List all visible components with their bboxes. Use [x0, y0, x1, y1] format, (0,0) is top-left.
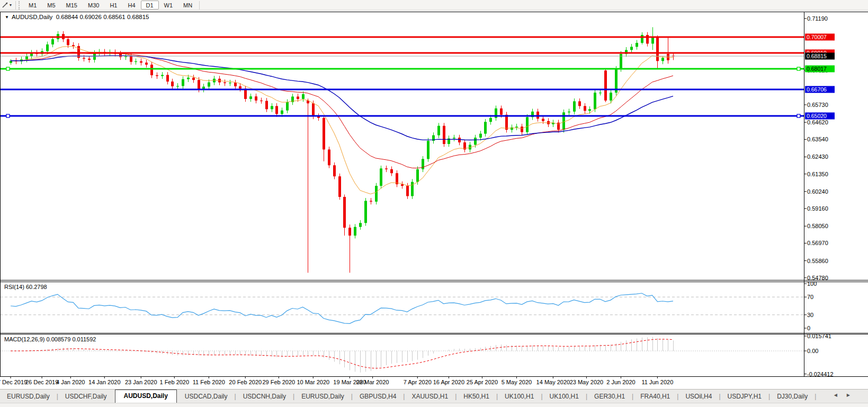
tab-eurusd-daily[interactable]: EURUSD,Daily	[294, 391, 351, 403]
candle-body	[599, 93, 602, 93]
panel-borders	[0, 12, 868, 378]
candle-body	[380, 168, 382, 186]
candle-body	[229, 83, 231, 83]
window-resize-strip	[0, 403, 868, 407]
tab-hk50-h1[interactable]: HK50,H1	[457, 391, 496, 403]
candle-body	[594, 93, 596, 109]
candle-body	[474, 138, 477, 144]
candle-body	[630, 47, 633, 50]
macd-signal-line	[11, 339, 673, 368]
hline-handle[interactable]	[797, 67, 800, 70]
candle-body	[526, 117, 529, 132]
hline-handle[interactable]	[797, 114, 800, 117]
candle-body	[187, 78, 190, 79]
candle-body	[171, 82, 174, 86]
candle-body	[275, 106, 278, 114]
tab-gbpusd-h4[interactable]: GBPUSD,H4	[353, 391, 403, 403]
tab-separator: |	[815, 393, 816, 403]
tab-usdcnh-daily[interactable]: USDCNH,Daily	[236, 391, 293, 403]
candle-body	[505, 115, 508, 130]
candle-body	[568, 112, 570, 112]
candle-body	[667, 54, 669, 60]
candle-body	[604, 70, 607, 101]
candle-body	[338, 176, 341, 197]
rsi-panel	[0, 293, 804, 323]
candle-body	[176, 86, 179, 86]
candle-body	[297, 96, 299, 98]
candle-body	[83, 58, 85, 58]
candle-body	[192, 78, 195, 80]
tab-dj30-daily[interactable]: DJ30,Daily	[770, 391, 815, 403]
tab-scroll-left-icon[interactable]: ◀	[834, 393, 837, 397]
candle-body	[479, 134, 482, 138]
candle-body	[124, 56, 127, 57]
tab-usdcad-daily[interactable]: USDCAD,Daily	[178, 391, 235, 403]
candle-body	[515, 126, 518, 127]
candle-body	[150, 65, 153, 75]
tab-uk100-h1[interactable]: UK100,H1	[498, 391, 541, 403]
candle-body	[135, 61, 137, 62]
candle-body	[542, 119, 544, 121]
chart-symbol-label: AUDUSD,Daily	[12, 14, 52, 20]
chart-canvas[interactable]	[0, 0, 868, 407]
candle-body	[651, 38, 654, 44]
candle-body	[145, 62, 148, 65]
candle-body	[333, 165, 336, 176]
candle-body	[416, 169, 419, 182]
candle-body	[302, 94, 305, 99]
candle-body	[375, 186, 378, 202]
candle-body	[281, 111, 283, 114]
mt4-window: ▼ M1M5M15M30H1H4D1W1MN 0.711900.679200.6…	[0, 0, 868, 407]
hline-handle[interactable]	[6, 67, 10, 70]
tab-ger30-h1[interactable]: GER30,H1	[587, 391, 632, 403]
candle-body	[161, 75, 164, 76]
candle-body	[166, 75, 169, 82]
candle-body	[584, 106, 586, 111]
tab-uk100-h1[interactable]: UK100,H1	[543, 391, 586, 403]
candle-body	[443, 126, 445, 144]
candle-body	[364, 201, 367, 223]
tab-fra40-h1[interactable]: FRA40,H1	[633, 391, 677, 403]
candle-body	[234, 83, 237, 86]
candle-body	[511, 128, 513, 130]
candle-body	[610, 93, 612, 101]
candle-body	[500, 108, 503, 115]
candle-body	[453, 138, 455, 138]
candle-body	[588, 109, 591, 111]
candle-body	[343, 197, 346, 228]
candle-body	[312, 103, 315, 116]
candle-body	[140, 61, 142, 62]
candle-body	[130, 56, 132, 61]
candle-body	[51, 39, 54, 44]
tab-scroll-arrows: ◀ ▶	[834, 393, 850, 397]
rsi-line	[11, 293, 673, 323]
candle-body	[661, 58, 664, 61]
tab-eurusd-daily[interactable]: EURUSD,Daily	[0, 391, 57, 403]
candle-body	[562, 112, 565, 130]
candle-body	[239, 86, 241, 88]
candle-body	[323, 118, 325, 150]
hline-handle[interactable]	[6, 114, 10, 117]
candle-body	[67, 39, 69, 45]
candle-body	[573, 101, 576, 111]
macd-panel	[0, 337, 804, 373]
candle-body	[260, 101, 263, 101]
candle-body	[286, 102, 289, 111]
tab-usdchf-daily[interactable]: USDCHF,Daily	[58, 391, 114, 403]
candle-body	[484, 122, 487, 133]
chevron-down-icon[interactable]: ▼	[5, 15, 9, 20]
candle-body	[265, 101, 268, 110]
candle-body	[223, 83, 226, 83]
candle-body	[328, 149, 330, 165]
candle-body	[249, 96, 252, 99]
candle-body	[72, 45, 75, 46]
candle-body	[641, 35, 643, 43]
tab-usoil-h4[interactable]: USOil,H4	[678, 391, 719, 403]
macd-indicator-label: MACD(12,26,9) 0.008579 0.011592	[4, 336, 96, 342]
candle-body	[271, 106, 273, 109]
tab-usdjpy-h1[interactable]: USDJPY,H1	[721, 391, 768, 403]
candle-body	[198, 80, 200, 89]
tab-audusd-daily[interactable]: AUDUSD,Daily	[115, 390, 177, 403]
tab-xauusd-h1[interactable]: XAUUSD,H1	[405, 391, 455, 403]
tab-scroll-right-icon[interactable]: ▶	[847, 393, 850, 397]
